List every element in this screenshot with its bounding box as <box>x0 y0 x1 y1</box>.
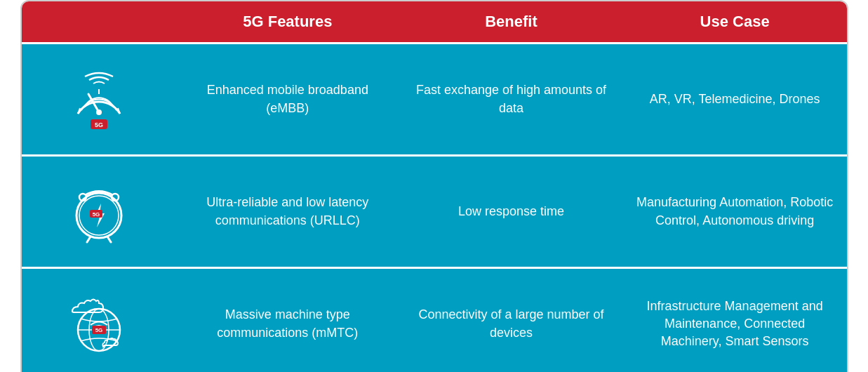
urllc-feature: Ultra-reliable and low latency communica… <box>176 180 400 243</box>
urllc-benefit: Low response time <box>399 189 623 234</box>
header-usecase: Use Case <box>623 1 847 42</box>
svg-text:5G: 5G <box>92 211 100 218</box>
embb-feature: Enhanced mobile broadband (eMBB) <box>176 67 400 131</box>
svg-line-11 <box>87 237 91 242</box>
mmtc-feature: Massive machine type communications (mMT… <box>176 292 400 355</box>
features-table: 5G Features Benefit Use Case <box>20 0 848 372</box>
mmtc-usecase: Infrastructure Management and Maintenanc… <box>623 284 847 365</box>
svg-line-12 <box>107 237 111 242</box>
table-row: 5G Enhanced mobile broadband (eMBB) Fast… <box>22 42 847 154</box>
header-icon-col <box>22 1 176 42</box>
svg-point-1 <box>96 109 102 115</box>
header-benefit: Benefit <box>399 1 623 42</box>
urllc-icon-col: 5G <box>22 163 176 261</box>
svg-text:5G: 5G <box>94 121 102 128</box>
mmtc-icon-col: 5G <box>22 275 176 373</box>
header-features: 5G Features <box>176 1 400 42</box>
embb-icon-col: 5G <box>22 51 176 149</box>
table-header: 5G Features Benefit Use Case <box>22 1 847 42</box>
embb-usecase: AR, VR, Telemedicine, Drones <box>623 77 847 122</box>
mmtc-icon: 5G <box>64 289 134 359</box>
table-row: 5G Ultra-reliable and low latency commun… <box>22 154 847 267</box>
embb-icon: 5G <box>64 65 134 135</box>
svg-text:5G: 5G <box>95 327 102 333</box>
urllc-usecase: Manufacturing Automation, Robotic Contro… <box>623 180 847 243</box>
table-row: 5G Massive machine type communications (… <box>22 267 847 372</box>
urllc-icon: 5G <box>64 177 134 247</box>
embb-benefit: Fast exchange of high amounts of data <box>399 67 623 131</box>
mmtc-benefit: Connectivity of a large number of device… <box>399 292 623 355</box>
